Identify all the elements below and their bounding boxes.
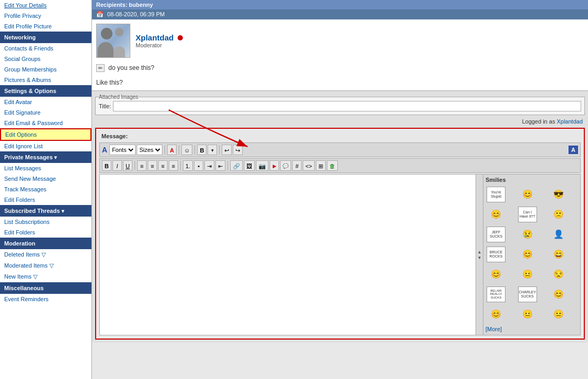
- sidebar-item-list-subscriptions[interactable]: List Subscriptions: [0, 217, 91, 227]
- smiley-6[interactable]: 🙁: [548, 205, 569, 223]
- sidebar-item-track-messages[interactable]: Track Messages: [0, 184, 91, 194]
- title-label: Title:: [99, 103, 111, 109]
- quote-btn[interactable]: 💬: [280, 160, 291, 171]
- sidebar-item-group-memberships[interactable]: Group Memberships: [0, 64, 91, 75]
- hash-btn[interactable]: #: [292, 160, 302, 171]
- bold-button[interactable]: B: [197, 145, 207, 155]
- align-justify-btn[interactable]: ≡: [169, 160, 178, 171]
- sidebar-header-private-messages[interactable]: Private Messages: [0, 151, 91, 163]
- attached-section: Attached Images Title:: [95, 94, 585, 115]
- smiley-11[interactable]: 😊: [517, 245, 538, 263]
- sidebar-item-pictures-albums[interactable]: Pictures & Albums: [0, 75, 91, 85]
- smiley-19[interactable]: 😊: [486, 305, 507, 323]
- smiley-2[interactable]: 😊: [517, 185, 538, 203]
- smiley-18[interactable]: 😊: [548, 285, 569, 303]
- smiley-9[interactable]: 👤: [548, 225, 569, 243]
- smiley-3[interactable]: 😎: [548, 185, 569, 203]
- sidebar-item-edit-folders-st[interactable]: Edit Folders: [0, 227, 91, 238]
- smiley-12[interactable]: 😄: [548, 245, 569, 263]
- smiley-13[interactable]: 😊: [486, 265, 507, 283]
- smiley-1[interactable]: You'reStupid: [486, 185, 507, 203]
- smiley-sign-6: CHARLEYSUCKS: [518, 286, 537, 302]
- ol-btn[interactable]: 1.: [183, 160, 193, 171]
- editor-expand-button[interactable]: A: [569, 146, 578, 154]
- sidebar-header-settings: Settings & Options: [0, 85, 91, 97]
- more-smilies-link[interactable]: [More]: [486, 326, 502, 332]
- redo-button[interactable]: ↪: [233, 145, 243, 155]
- smiley-16[interactable]: BELAIRREALLYSUCKS: [486, 285, 507, 303]
- sidebar-item-contacts-friends[interactable]: Contacts & Friends: [0, 43, 91, 54]
- image-btn[interactable]: 📷: [256, 160, 269, 171]
- indent-btn[interactable]: ⇥: [204, 160, 214, 171]
- smiley-sign-4: BRUCEROCKS: [487, 247, 506, 262]
- message-author-row: Xplantdad Moderator: [92, 19, 588, 62]
- smiley-15[interactable]: 😒: [548, 265, 569, 283]
- sidebar-item-social-groups[interactable]: Social Groups: [0, 54, 91, 64]
- youtube-btn[interactable]: ▶: [270, 160, 279, 171]
- title-row: Title:: [99, 101, 581, 111]
- sidebar-header-subscribed-threads[interactable]: Subscribed Threads: [0, 205, 91, 217]
- fonts-select[interactable]: Fonts: [109, 145, 136, 155]
- sidebar-item-edit-ignore-list[interactable]: Edit Ignore List: [0, 141, 91, 151]
- resize-handle[interactable]: ▲ ▼: [476, 175, 483, 335]
- toolbar-sep-4: [219, 145, 220, 155]
- smiley-7[interactable]: JEFFSUCKS: [486, 225, 507, 243]
- author-name-link[interactable]: Xplantdad: [136, 33, 174, 42]
- recipients-value: bubenny: [129, 2, 153, 8]
- sidebar-item-moderated-items[interactable]: Moderated Items ▽: [0, 260, 91, 271]
- sidebar-item-edit-your-details[interactable]: Edit Your Details: [0, 0, 91, 11]
- smiley-21[interactable]: 😐: [548, 305, 569, 323]
- toolbar-sep-3: [194, 145, 195, 155]
- ul-btn[interactable]: •: [194, 160, 203, 171]
- smiley-5[interactable]: Can IHave It??: [517, 205, 538, 223]
- sidebar-item-profile-privacy[interactable]: Profile Privacy: [0, 11, 91, 21]
- sidebar-header-miscellaneous: Miscellaneous: [0, 282, 91, 294]
- title-input[interactable]: [113, 101, 581, 111]
- italic-btn[interactable]: I: [112, 160, 122, 171]
- message-textarea[interactable]: [100, 175, 476, 335]
- align-right-btn[interactable]: ≡: [158, 160, 168, 171]
- sizes-select[interactable]: Sizes: [137, 145, 162, 155]
- smiley-17[interactable]: CHARLEYSUCKS: [517, 285, 538, 303]
- sidebar-item-edit-email-password[interactable]: Edit Email & Password: [0, 118, 91, 128]
- bold-btn[interactable]: B: [102, 160, 111, 171]
- sidebar-header-networking: Networking: [0, 32, 91, 43]
- message-label-row: Message:: [99, 132, 581, 140]
- link-btn[interactable]: 🔗: [230, 160, 243, 171]
- sidebar-item-send-new-message[interactable]: Send New Message: [0, 173, 91, 184]
- sidebar-item-deleted-items[interactable]: Deleted Items ▽: [0, 249, 91, 260]
- attached-images-legend: Attached Images: [99, 94, 138, 100]
- sidebar-item-edit-options[interactable]: Edit Options: [0, 128, 91, 141]
- avatar-image: [97, 24, 130, 58]
- smiley-20[interactable]: 😐: [517, 305, 538, 323]
- font-size-down-button[interactable]: ▾: [208, 145, 217, 155]
- sidebar-item-new-items[interactable]: New Items ▽: [0, 271, 91, 282]
- sidebar-item-event-reminders[interactable]: Event Reminders: [0, 294, 91, 304]
- sidebar-item-edit-profile-picture[interactable]: Edit Profile Picture: [0, 21, 91, 32]
- sidebar-item-edit-folders-pm[interactable]: Edit Folders: [0, 194, 91, 205]
- logged-in-user-link[interactable]: Xplantdad: [556, 118, 583, 125]
- smiley-4[interactable]: 😊: [486, 205, 507, 223]
- smiley-button[interactable]: ☺: [181, 145, 192, 155]
- image-link-btn[interactable]: 🖼: [244, 160, 255, 171]
- smiley-10[interactable]: BRUCEROCKS: [486, 245, 507, 263]
- font-color-button[interactable]: A: [167, 145, 177, 155]
- smilies-panel: Smilies You'reStupid 😊 😎 😊 Can IHave It?…: [483, 175, 580, 335]
- erase-btn[interactable]: 🗑: [327, 160, 338, 171]
- font-icon: A: [102, 146, 107, 154]
- media-btn[interactable]: ⊞: [316, 160, 326, 171]
- outdent-btn[interactable]: ⇤: [215, 160, 225, 171]
- smiley-14[interactable]: 😐: [517, 265, 538, 283]
- smiley-8[interactable]: 😢: [517, 225, 538, 243]
- align-left-btn[interactable]: ≡: [137, 160, 147, 171]
- resize-up-icon: ▲: [478, 250, 482, 254]
- sidebar-item-list-messages[interactable]: List Messages: [0, 163, 91, 173]
- sidebar-item-edit-avatar[interactable]: Edit Avatar: [0, 97, 91, 107]
- undo-button[interactable]: ↩: [222, 145, 232, 155]
- align-center-btn[interactable]: ≡: [148, 160, 157, 171]
- toolbar-sep-2: [179, 145, 179, 155]
- code-btn[interactable]: <>: [303, 160, 315, 171]
- sidebar-item-edit-signature[interactable]: Edit Signature: [0, 107, 91, 118]
- compose-box: Message: A Fonts Sizes A ☺ B ▾ ↩: [95, 128, 585, 340]
- underline-btn[interactable]: U: [123, 160, 132, 171]
